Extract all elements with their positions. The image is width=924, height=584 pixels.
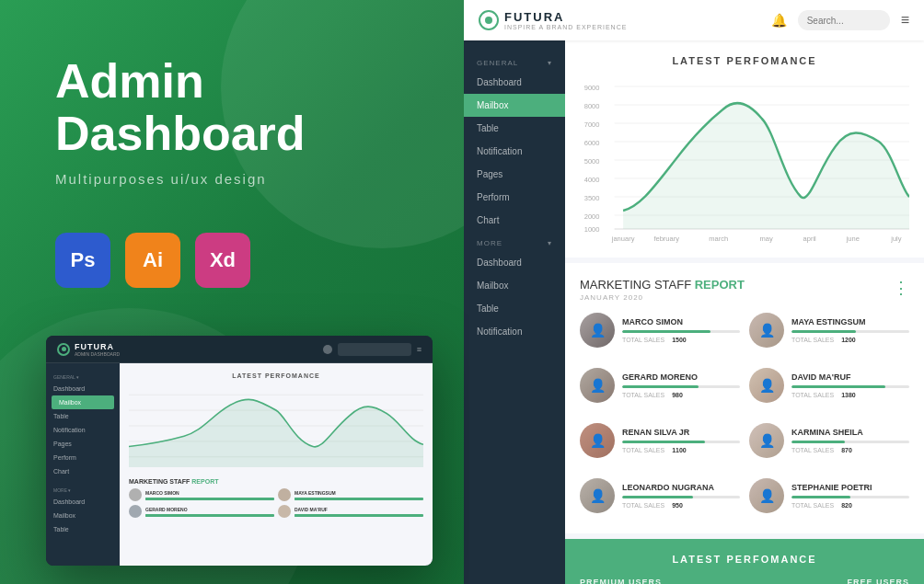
preview-logo-name: FUTURA	[75, 342, 120, 351]
preview-search	[338, 343, 411, 356]
staff-section: MARKETING STAFF REPORT JANUARY 2020 ⋮ 👤 …	[565, 263, 924, 533]
dashboard-panel: FUTURA INSPIRE A BRAND EXPERIENCE 🔔 ≡ Ge…	[464, 0, 924, 584]
staff-date: JANUARY 2020	[580, 293, 745, 302]
preview-logo-circle	[57, 343, 70, 356]
staff-item-karmina: 👤 KARMINA SHEILA TOTAL SALES 870	[749, 418, 909, 464]
sidebar-item-mailbox[interactable]: Mailbox	[464, 94, 565, 117]
dashboard-body: General ▾ Dashboard Mailbox Table Notifi…	[464, 40, 924, 584]
preview-chart-title: LATEST PERFOMANCE	[129, 372, 423, 379]
preview-staff-section: MARKETING STAFF REPORT MARCO SIMON	[129, 478, 423, 518]
sidebar-item-chart[interactable]: Chart	[464, 209, 565, 232]
sidebar-item-notification[interactable]: Notification	[464, 140, 565, 163]
sidebar-section-general: General ▾	[464, 52, 565, 71]
dashboard-main: LATEST PERFOMANCE 9000 8000 7000 6000 50…	[565, 40, 924, 584]
svg-text:january: january	[611, 235, 635, 243]
tool-icons-row: Ps Ai Xd	[55, 233, 423, 288]
svg-text:7000: 7000	[584, 120, 600, 129]
svg-text:6000: 6000	[584, 139, 600, 147]
staff-item-marco: 👤 MARCO SIMON TOTAL SALES 1500	[580, 307, 740, 353]
svg-text:march: march	[709, 235, 728, 243]
dashboard-sidebar: General ▾ Dashboard Mailbox Table Notifi…	[464, 40, 565, 584]
preview-nav-table: Table	[46, 409, 120, 423]
logo-circle	[479, 10, 499, 30]
svg-text:1000: 1000	[584, 225, 600, 234]
staff-header: MARKETING STAFF REPORT JANUARY 2020 ⋮	[580, 278, 909, 302]
svg-text:8000: 8000	[584, 102, 600, 110]
preview-nav-mailbox: Mailbox	[52, 395, 114, 409]
latest-performance-section: LATEST PERFOMANCE PREMIUM USERS FREE USE…	[565, 539, 924, 584]
avatar-maya: 👤	[749, 313, 784, 348]
staff-item-renan: 👤 RENAN SILVA JR TOTAL SALES 1100	[580, 418, 740, 464]
sidebar-item-pages[interactable]: Pages	[464, 163, 565, 186]
avatar-stephanie: 👤	[749, 478, 784, 513]
svg-text:3500: 3500	[584, 194, 600, 202]
left-panel: Admin Dashboard Multipurposes ui/ux desi…	[0, 0, 469, 584]
preview-nav-pages: Pages	[46, 437, 120, 451]
preview-nav-dashboard: Dashboard	[46, 382, 120, 395]
preview-nav-chart: Chart	[46, 464, 120, 478]
sidebar-item-more-table[interactable]: Table	[464, 297, 565, 320]
preview-nav-perform: Perform	[46, 451, 120, 464]
preview-nav-notification: Notification	[46, 423, 120, 437]
staff-item-leonardo: 👤 LEONARDO NUGRANA TOTAL SALES 950	[580, 473, 740, 519]
avatar-renan: 👤	[580, 423, 615, 458]
logo-tagline: INSPIRE A BRAND EXPERIENCE	[504, 24, 627, 30]
premium-users-label: PREMIUM USERS	[580, 578, 745, 584]
xd-icon: Xd	[195, 233, 250, 288]
main-title: Admin Dashboard	[55, 55, 423, 160]
sidebar-item-perform[interactable]: Perform	[464, 186, 565, 209]
preview-logo-tagline: ADMIN DASHBOARD	[75, 351, 120, 357]
staff-title: MARKETING STAFF REPORT	[580, 278, 745, 292]
preview-staff-item: MAYA ESTINGSUM	[278, 488, 423, 501]
svg-text:june: june	[846, 235, 860, 243]
svg-text:february: february	[653, 235, 679, 243]
svg-text:9000: 9000	[584, 84, 600, 92]
svg-text:5000: 5000	[584, 157, 600, 166]
preview-card: FUTURA ADMIN DASHBOARD ≡ General ▾ Dashb…	[46, 336, 433, 566]
svg-text:may: may	[759, 235, 772, 243]
sidebar-section-more: More ▾	[464, 232, 565, 251]
preview-staff-item: DAVID MA'RUF	[278, 505, 423, 518]
avatar-david: 👤	[749, 368, 784, 403]
subtitle: Multipurposes ui/ux design	[55, 171, 423, 187]
avatar-gerard: 👤	[580, 368, 615, 403]
preview-body: General ▾ Dashboard Mailbox Table Notifi…	[46, 363, 433, 566]
avatar-karmina: 👤	[749, 423, 784, 458]
svg-text:april: april	[803, 235, 816, 243]
sidebar-item-more-mailbox[interactable]: Mailbox	[464, 274, 565, 297]
avatar-marco: 👤	[580, 313, 615, 348]
preview-logo: FUTURA ADMIN DASHBOARD	[57, 342, 120, 357]
staff-item-david: 👤 DAVID MA'RUF TOTAL SALES 1380	[749, 362, 909, 408]
search-input[interactable]	[798, 10, 890, 30]
ai-icon: Ai	[125, 233, 180, 288]
preview-header: FUTURA ADMIN DASHBOARD ≡	[46, 336, 433, 363]
dashboard-header: FUTURA INSPIRE A BRAND EXPERIENCE 🔔 ≡	[464, 0, 924, 40]
sidebar-item-table[interactable]: Table	[464, 117, 565, 140]
bell-icon[interactable]: 🔔	[771, 13, 787, 28]
sidebar-item-dashboard[interactable]: Dashboard	[464, 71, 565, 94]
free-users-label: FREE USERS	[745, 578, 909, 584]
preview-main: LATEST PERFOMANCE MARKETING STAFF REPORT	[120, 363, 433, 566]
performance-section: LATEST PERFOMANCE 9000 8000 7000 6000 50…	[565, 40, 924, 258]
preview-staff-item: MARCO SIMON	[129, 488, 274, 501]
ps-icon: Ps	[55, 233, 110, 288]
staff-item-maya: 👤 MAYA ESTINGSUM TOTAL SALES 1200	[749, 307, 909, 353]
latest-perf-title: LATEST PERFOMANCE	[580, 554, 909, 565]
dashboard-logo: FUTURA INSPIRE A BRAND EXPERIENCE	[479, 10, 627, 30]
staff-grid: 👤 MARCO SIMON TOTAL SALES 1500 👤	[580, 307, 909, 519]
svg-text:2000: 2000	[584, 212, 600, 221]
svg-text:july: july	[890, 235, 901, 243]
staff-item-gerard: 👤 GERARD MORENO TOTAL SALES 980	[580, 362, 740, 408]
sidebar-item-more-dashboard[interactable]: Dashboard	[464, 251, 565, 274]
header-right: 🔔 ≡	[771, 10, 909, 30]
avatar-leonardo: 👤	[580, 478, 615, 513]
staff-options-icon[interactable]: ⋮	[893, 278, 909, 298]
menu-icon[interactable]: ≡	[901, 12, 909, 29]
perf-column-headers: PREMIUM USERS FREE USERS	[580, 578, 909, 584]
performance-title: LATEST PERFOMANCE	[580, 55, 909, 66]
svg-text:4000: 4000	[584, 176, 600, 184]
logo-name: FUTURA	[504, 10, 627, 24]
performance-chart: 9000 8000 7000 6000 5000 4000 3500 2000 …	[580, 77, 909, 243]
preview-sidebar: General ▾ Dashboard Mailbox Table Notifi…	[46, 363, 120, 566]
sidebar-item-more-notification[interactable]: Notification	[464, 320, 565, 343]
